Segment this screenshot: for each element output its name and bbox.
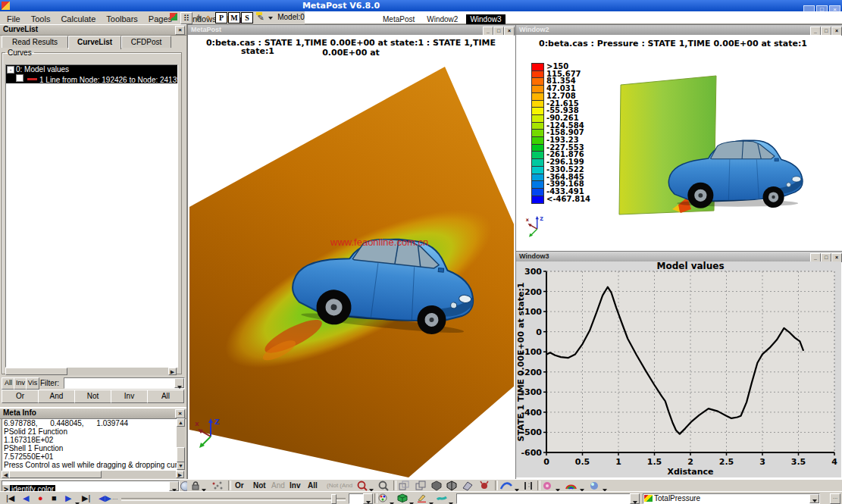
frame-slider-track[interactable] <box>121 498 346 501</box>
menu-calculate[interactable]: Calculate <box>55 13 101 25</box>
view-cube-wire-icon[interactable] <box>398 481 410 491</box>
record-icon[interactable]: ● <box>38 493 43 503</box>
pick-or-button[interactable]: Or <box>233 481 246 490</box>
dropdown-arrow-icon[interactable] <box>363 493 373 504</box>
tree-expander-icon[interactable]: - <box>7 66 14 74</box>
play-dropdown-icon[interactable] <box>75 496 80 504</box>
filter-input[interactable] <box>64 377 185 389</box>
scrollbar-thumb[interactable] <box>5 368 67 375</box>
lasso-icon[interactable]: ∿ <box>205 12 214 23</box>
dropdown-arrow-icon[interactable] <box>630 493 640 504</box>
scroll-up-icon[interactable]: ▲ <box>177 418 185 427</box>
identify-points-icon[interactable] <box>211 481 224 490</box>
frame-slider-handle[interactable] <box>331 494 336 504</box>
wave-dropdown-icon[interactable] <box>449 496 453 504</box>
annotate-pen-icon[interactable]: ✎ <box>255 12 267 23</box>
stop-icon[interactable]: ■ <box>52 493 57 503</box>
menu-file[interactable]: File <box>2 13 26 25</box>
tree-item-curve[interactable]: 1 Line from Node: 192426 to Node: 241399… <box>6 74 177 83</box>
model-cube-icon[interactable] <box>397 493 408 502</box>
eraser-wave-icon[interactable] <box>437 493 447 502</box>
palette-dropdown-icon[interactable] <box>390 496 394 504</box>
scrollbar-thumb[interactable] <box>177 447 185 462</box>
scroll-right-icon[interactable]: ▶ <box>176 471 184 478</box>
command-input[interactable]: >identify color <box>2 481 180 492</box>
view-cube-hidden-icon[interactable] <box>415 481 427 491</box>
metapost-viewport[interactable]: 0:beta.cas : STATE 1,TIME 0.00E+00 at st… <box>188 35 514 477</box>
cube-dropdown-icon[interactable] <box>409 496 414 504</box>
plot-P-button[interactable]: P <box>215 12 227 23</box>
pick-and-button[interactable]: And <box>269 481 287 490</box>
tree-item-model-values[interactable]: -0: Model values <box>6 65 177 74</box>
spectrum-icon[interactable] <box>565 481 578 491</box>
color-palette-icon[interactable] <box>378 493 388 502</box>
selection-toolbar: OrNotAndInvAll (Not (And <box>187 479 842 492</box>
axis-options-icon[interactable] <box>524 481 533 491</box>
animation-deer-icon[interactable] <box>478 481 490 491</box>
metainfo-vscrollbar[interactable]: ▲ ▼ <box>177 418 185 470</box>
logic-or-button[interactable]: Or <box>2 390 39 403</box>
more-options-button[interactable]: ... <box>830 493 840 504</box>
window2-titlebar[interactable]: Window2 _□× <box>516 25 842 35</box>
logic-inv-button[interactable]: Inv <box>111 390 148 403</box>
frame-number-input[interactable] <box>349 493 364 504</box>
pick-not-button[interactable]: Not <box>251 481 268 490</box>
scroll-right-icon[interactable]: ▶ <box>168 368 177 375</box>
spreadsheet-S-button[interactable]: S <box>241 12 253 23</box>
status-text-field[interactable] <box>456 493 631 504</box>
iso-surface-icon[interactable] <box>589 481 600 491</box>
play-reverse-icon[interactable]: ◀ <box>23 493 29 503</box>
scrollbar-thumb[interactable] <box>9 471 102 478</box>
close-icon[interactable]: × <box>175 26 185 35</box>
chart-area[interactable]: 00.511.522.533.543002001000-100-200-300-… <box>516 261 841 477</box>
fringe-plot-icon[interactable] <box>542 481 553 491</box>
filter-vis-button[interactable]: Vis <box>26 377 39 390</box>
play-icon[interactable]: ▶ <box>65 493 71 503</box>
window-tab-window3[interactable]: Window3 <box>466 14 505 24</box>
window3-titlebar[interactable]: Window3 _□× <box>516 252 842 261</box>
shaded-view-icon[interactable] <box>431 481 442 491</box>
zoom-reset-icon[interactable] <box>378 481 389 491</box>
tab-read-results[interactable]: Read Results <box>2 36 68 48</box>
menu-tools[interactable]: Tools <box>26 13 56 25</box>
tree-node-icon <box>16 74 23 82</box>
logic-not-button[interactable]: Not <box>74 390 111 403</box>
lock-icon[interactable] <box>191 481 200 490</box>
tab-curvelist[interactable]: CurveList <box>68 36 121 49</box>
annotate-dropdown-icon[interactable] <box>268 12 274 23</box>
dropdown-arrow-icon[interactable] <box>169 481 179 491</box>
metainfo-line: PShell 1 Function <box>4 444 177 452</box>
metapost-window-titlebar[interactable]: MetaPost _□× <box>188 25 515 35</box>
cutting-plane-icon[interactable] <box>462 481 474 491</box>
pick-inv-button[interactable]: Inv <box>287 481 302 490</box>
curve-tool-icon[interactable] <box>499 481 513 491</box>
dropdown-arrow-icon[interactable] <box>809 494 819 503</box>
shaded-edges-view-icon[interactable] <box>446 481 457 491</box>
zoom-area-icon[interactable] <box>357 481 368 491</box>
annotate-pencil-icon[interactable] <box>417 493 427 502</box>
model-selector[interactable]: Model:0 <box>276 12 306 23</box>
pick-all-button[interactable]: All <box>305 481 320 490</box>
metainfo-hscrollbar[interactable]: ◀ ▶ <box>2 471 184 478</box>
probe-fork-icon[interactable]: ⋔ <box>194 12 203 23</box>
pencil-dropdown-icon[interactable] <box>429 496 434 504</box>
skip-start-icon[interactable]: |◀ <box>6 493 14 503</box>
dropdown-arrow-icon[interactable] <box>174 378 184 388</box>
step-icon[interactable]: ◀▶ <box>99 493 111 503</box>
menu-toolbars[interactable]: Toolbars <box>101 13 143 25</box>
close-icon[interactable]: × <box>175 409 185 418</box>
window-tab-window2[interactable]: Window2 <box>423 14 462 24</box>
logic-and-button[interactable]: And <box>38 390 75 403</box>
dots-grid-icon[interactable]: ⠿ <box>180 12 193 24</box>
window-tab-metapost[interactable]: MetaPost <box>379 14 418 24</box>
logic-button-row: OrAndNotInvAll <box>0 390 186 402</box>
model-M-button[interactable]: M <box>228 12 240 23</box>
result-selector[interactable]: TotalPressure <box>643 493 820 504</box>
scroll-down-icon[interactable]: ▼ <box>177 462 185 470</box>
skip-end-icon[interactable]: ▶| <box>82 493 90 503</box>
logic-all-button[interactable]: All <box>147 390 184 403</box>
tab-cfdpost[interactable]: CFDPost <box>121 36 171 48</box>
window2-viewport[interactable]: 0:beta.cas : Pressure : STATE 1,TIME 0.0… <box>516 35 841 250</box>
tree-hscrollbar[interactable]: ▶ <box>5 368 177 375</box>
svg-text:1.5: 1.5 <box>647 457 662 467</box>
